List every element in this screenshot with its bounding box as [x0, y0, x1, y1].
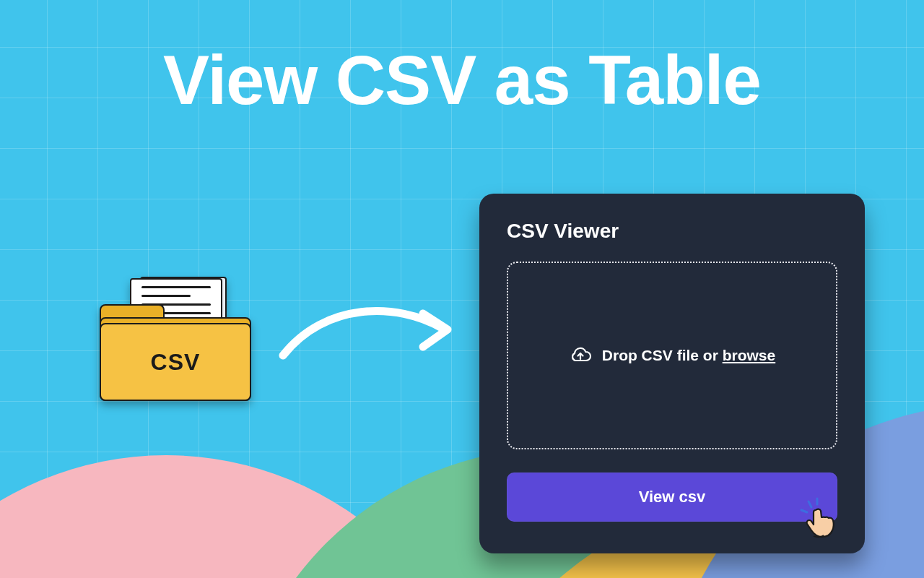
page-title: View CSV as Table [0, 40, 924, 120]
arrow-right-icon [274, 289, 462, 376]
browse-link[interactable]: browse [723, 347, 776, 363]
dropzone-prefix: Drop CSV file or [602, 347, 723, 363]
folder-front-icon: CSV [100, 323, 251, 401]
csv-viewer-panel: CSV Viewer Drop CSV file or browse View … [479, 194, 865, 553]
panel-title: CSV Viewer [507, 220, 837, 243]
dropzone-label: Drop CSV file or browse [602, 347, 775, 364]
folder-label: CSV [151, 349, 201, 376]
csv-folder-illustration: CSV [100, 278, 251, 401]
cloud-upload-icon [569, 346, 592, 365]
file-dropzone[interactable]: Drop CSV file or browse [507, 262, 837, 449]
view-csv-button[interactable]: View csv [507, 473, 837, 522]
